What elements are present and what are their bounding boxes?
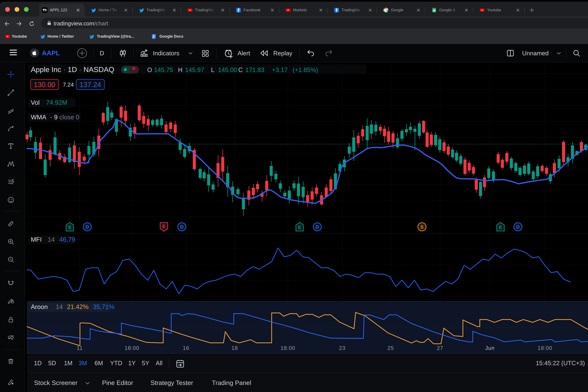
svg-text:S: S [420, 224, 424, 230]
svg-text:D: D [516, 224, 520, 230]
svg-text:D: D [86, 224, 89, 230]
svg-text:E: E [68, 225, 71, 230]
svg-text:D: D [180, 224, 184, 230]
svg-text:E: E [162, 224, 166, 229]
svg-text:D: D [316, 224, 319, 230]
svg-text:E: E [499, 225, 502, 230]
svg-text:E: E [298, 225, 301, 230]
